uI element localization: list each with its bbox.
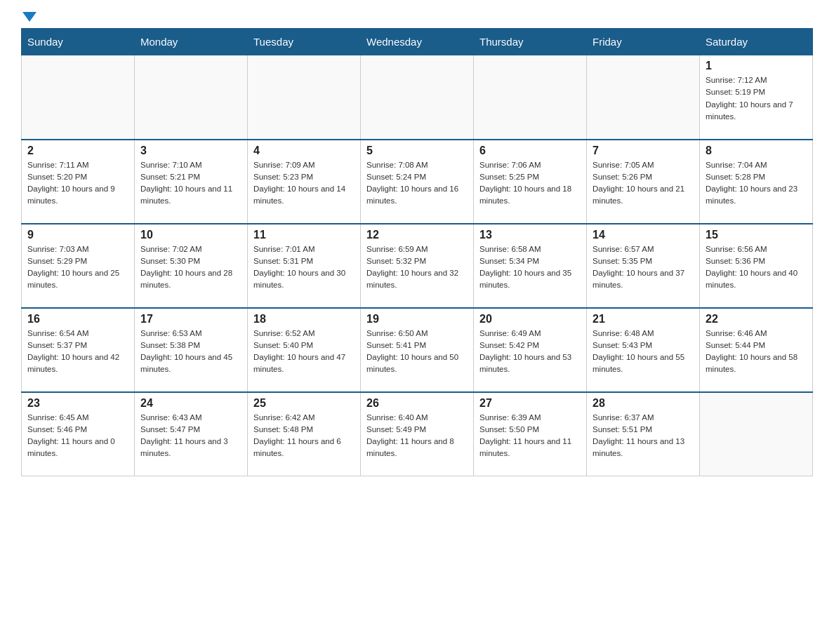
weekday-header-row: SundayMondayTuesdayWednesdayThursdayFrid…: [22, 29, 813, 55]
sun-info: Sunrise: 6:42 AMSunset: 5:48 PMDaylight:…: [253, 412, 355, 460]
sun-info: Sunrise: 7:10 AMSunset: 5:21 PMDaylight:…: [140, 159, 241, 208]
sun-info: Sunrise: 6:56 AMSunset: 5:36 PMDaylight:…: [706, 243, 807, 292]
calendar-cell: 10Sunrise: 7:02 AMSunset: 5:30 PMDayligh…: [135, 224, 248, 308]
day-number: 9: [27, 229, 128, 241]
day-number: 25: [253, 397, 355, 410]
calendar-cell: 6Sunrise: 7:06 AMSunset: 5:25 PMDaylight…: [474, 140, 587, 224]
sun-info: Sunrise: 6:45 AMSunset: 5:46 PMDaylight:…: [27, 412, 128, 460]
sun-info: Sunrise: 7:11 AMSunset: 5:20 PMDaylight:…: [27, 159, 128, 208]
sun-info: Sunrise: 6:39 AMSunset: 5:50 PMDaylight:…: [479, 412, 581, 460]
sun-info: Sunrise: 6:40 AMSunset: 5:49 PMDaylight:…: [366, 412, 468, 460]
calendar-cell: [22, 55, 135, 140]
sun-info: Sunrise: 6:52 AMSunset: 5:40 PMDaylight:…: [253, 328, 355, 376]
sun-info: Sunrise: 6:53 AMSunset: 5:38 PMDaylight:…: [140, 328, 241, 376]
calendar-cell: 12Sunrise: 6:59 AMSunset: 5:32 PMDayligh…: [361, 224, 474, 308]
sun-info: Sunrise: 6:43 AMSunset: 5:47 PMDaylight:…: [140, 412, 241, 460]
day-number: 1: [706, 60, 807, 72]
calendar-cell: 11Sunrise: 7:01 AMSunset: 5:31 PMDayligh…: [248, 224, 361, 308]
calendar-week-row: 23Sunrise: 6:45 AMSunset: 5:46 PMDayligh…: [22, 392, 813, 476]
calendar-cell: 3Sunrise: 7:10 AMSunset: 5:21 PMDaylight…: [135, 140, 248, 224]
sun-info: Sunrise: 7:02 AMSunset: 5:30 PMDaylight:…: [140, 243, 241, 292]
sun-info: Sunrise: 6:54 AMSunset: 5:37 PMDaylight:…: [27, 328, 128, 376]
sun-info: Sunrise: 6:37 AMSunset: 5:51 PMDaylight:…: [593, 412, 694, 460]
day-number: 7: [593, 145, 694, 157]
day-number: 18: [253, 313, 355, 326]
day-number: 8: [706, 145, 807, 157]
day-number: 6: [479, 145, 581, 157]
calendar-week-row: 16Sunrise: 6:54 AMSunset: 5:37 PMDayligh…: [22, 308, 813, 392]
calendar-cell: [474, 55, 587, 140]
sun-info: Sunrise: 6:57 AMSunset: 5:35 PMDaylight:…: [593, 243, 694, 292]
calendar-cell: 18Sunrise: 6:52 AMSunset: 5:40 PMDayligh…: [248, 308, 361, 392]
weekday-header-tuesday: Tuesday: [248, 29, 361, 55]
calendar-week-row: 1Sunrise: 7:12 AMSunset: 5:19 PMDaylight…: [22, 55, 813, 140]
sun-info: Sunrise: 7:01 AMSunset: 5:31 PMDaylight:…: [253, 243, 355, 292]
day-number: 19: [366, 313, 468, 326]
day-number: 15: [706, 229, 807, 241]
calendar-cell: 20Sunrise: 6:49 AMSunset: 5:42 PMDayligh…: [474, 308, 587, 392]
calendar-cell: [135, 55, 248, 140]
day-number: 12: [366, 229, 468, 241]
sun-info: Sunrise: 6:46 AMSunset: 5:44 PMDaylight:…: [706, 328, 807, 376]
day-number: 5: [366, 145, 468, 157]
calendar-cell: [248, 55, 361, 140]
calendar-cell: 27Sunrise: 6:39 AMSunset: 5:50 PMDayligh…: [474, 392, 587, 476]
calendar-cell: 15Sunrise: 6:56 AMSunset: 5:36 PMDayligh…: [700, 224, 813, 308]
calendar-week-row: 2Sunrise: 7:11 AMSunset: 5:20 PMDaylight…: [22, 140, 813, 224]
calendar-cell: 8Sunrise: 7:04 AMSunset: 5:28 PMDaylight…: [700, 140, 813, 224]
calendar-cell: 4Sunrise: 7:09 AMSunset: 5:23 PMDaylight…: [248, 140, 361, 224]
calendar-cell: 5Sunrise: 7:08 AMSunset: 5:24 PMDaylight…: [361, 140, 474, 224]
sun-info: Sunrise: 7:05 AMSunset: 5:26 PMDaylight:…: [593, 159, 694, 208]
day-number: 22: [706, 313, 807, 326]
sun-info: Sunrise: 7:12 AMSunset: 5:19 PMDaylight:…: [706, 74, 807, 123]
day-number: 2: [27, 145, 128, 157]
day-number: 14: [593, 229, 694, 241]
calendar-cell: 19Sunrise: 6:50 AMSunset: 5:41 PMDayligh…: [361, 308, 474, 392]
sun-info: Sunrise: 7:04 AMSunset: 5:28 PMDaylight:…: [706, 159, 807, 208]
calendar-cell: 28Sunrise: 6:37 AMSunset: 5:51 PMDayligh…: [587, 392, 700, 476]
day-number: 23: [27, 397, 128, 410]
day-number: 13: [479, 229, 581, 241]
day-number: 17: [140, 313, 241, 326]
calendar-cell: 7Sunrise: 7:05 AMSunset: 5:26 PMDaylight…: [587, 140, 700, 224]
calendar-cell: 16Sunrise: 6:54 AMSunset: 5:37 PMDayligh…: [22, 308, 135, 392]
sun-info: Sunrise: 6:50 AMSunset: 5:41 PMDaylight:…: [366, 328, 468, 376]
weekday-header-monday: Monday: [135, 29, 248, 55]
weekday-header-saturday: Saturday: [700, 29, 813, 55]
calendar-table: SundayMondayTuesdayWednesdayThursdayFrid…: [21, 28, 813, 476]
weekday-header-wednesday: Wednesday: [361, 29, 474, 55]
calendar-cell: 26Sunrise: 6:40 AMSunset: 5:49 PMDayligh…: [361, 392, 474, 476]
calendar-cell: [587, 55, 700, 140]
day-number: 20: [479, 313, 581, 326]
sun-info: Sunrise: 6:49 AMSunset: 5:42 PMDaylight:…: [479, 328, 581, 376]
day-number: 21: [593, 313, 694, 326]
calendar-cell: 23Sunrise: 6:45 AMSunset: 5:46 PMDayligh…: [22, 392, 135, 476]
day-number: 28: [593, 397, 694, 410]
calendar-cell: 1Sunrise: 7:12 AMSunset: 5:19 PMDaylight…: [700, 55, 813, 140]
sun-info: Sunrise: 6:58 AMSunset: 5:34 PMDaylight:…: [479, 243, 581, 292]
calendar-cell: 13Sunrise: 6:58 AMSunset: 5:34 PMDayligh…: [474, 224, 587, 308]
page-header: [21, 14, 813, 21]
weekday-header-sunday: Sunday: [22, 29, 135, 55]
day-number: 16: [27, 313, 128, 326]
sun-info: Sunrise: 6:59 AMSunset: 5:32 PMDaylight:…: [366, 243, 468, 292]
sun-info: Sunrise: 7:08 AMSunset: 5:24 PMDaylight:…: [366, 159, 468, 208]
day-number: 24: [140, 397, 241, 410]
calendar-cell: 14Sunrise: 6:57 AMSunset: 5:35 PMDayligh…: [587, 224, 700, 308]
sun-info: Sunrise: 7:09 AMSunset: 5:23 PMDaylight:…: [253, 159, 355, 208]
logo: [21, 14, 37, 21]
calendar-cell: [700, 392, 813, 476]
calendar-cell: 22Sunrise: 6:46 AMSunset: 5:44 PMDayligh…: [700, 308, 813, 392]
day-number: 4: [253, 145, 355, 157]
sun-info: Sunrise: 7:06 AMSunset: 5:25 PMDaylight:…: [479, 159, 581, 208]
calendar-cell: 24Sunrise: 6:43 AMSunset: 5:47 PMDayligh…: [135, 392, 248, 476]
weekday-header-friday: Friday: [587, 29, 700, 55]
calendar-cell: 25Sunrise: 6:42 AMSunset: 5:48 PMDayligh…: [248, 392, 361, 476]
sun-info: Sunrise: 6:48 AMSunset: 5:43 PMDaylight:…: [593, 328, 694, 376]
sun-info: Sunrise: 7:03 AMSunset: 5:29 PMDaylight:…: [27, 243, 128, 292]
calendar-cell: [361, 55, 474, 140]
calendar-cell: 9Sunrise: 7:03 AMSunset: 5:29 PMDaylight…: [22, 224, 135, 308]
day-number: 11: [253, 229, 355, 241]
day-number: 3: [140, 145, 241, 157]
calendar-cell: 17Sunrise: 6:53 AMSunset: 5:38 PMDayligh…: [135, 308, 248, 392]
